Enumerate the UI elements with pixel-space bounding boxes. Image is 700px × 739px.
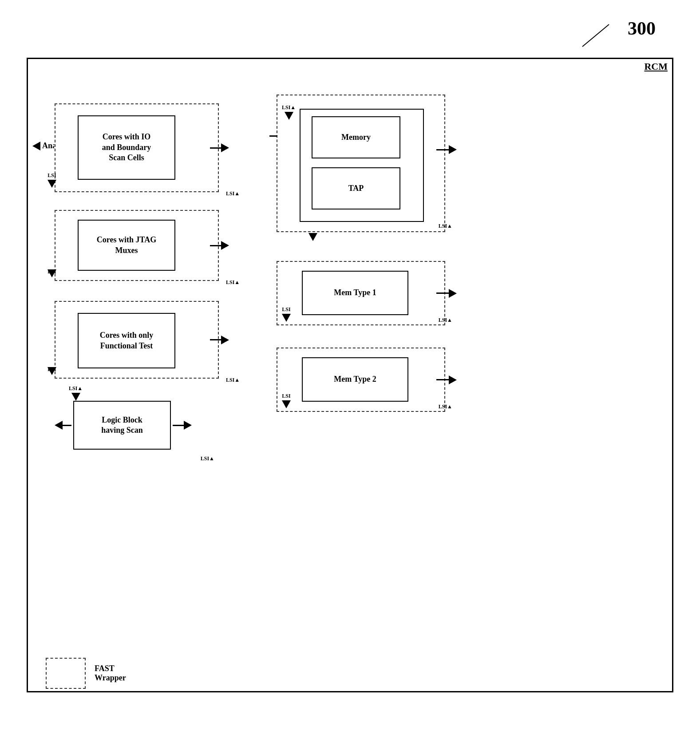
memory-arrow-down	[308, 233, 317, 241]
analog-arrow-left	[32, 142, 40, 150]
arrow-down-mt2	[282, 400, 291, 408]
cores-jtag-label: Cores with JTAG Muxes	[97, 235, 156, 256]
legend-dashed-box	[46, 658, 86, 689]
memory-label: Memory	[341, 132, 371, 142]
mem-type1-lsi-in: LSI	[282, 306, 291, 322]
logic-lsi-out: LSI▲	[201, 454, 214, 462]
arrow-left-4	[55, 421, 63, 430]
cores-functional-arrow-out	[210, 336, 229, 344]
cores-boundary-dashed: LSI Cores with IO and Boundary Scan Cell…	[55, 103, 219, 192]
mem-type2-lsi-in: LSI	[282, 393, 291, 408]
arrow-down-4	[71, 393, 80, 401]
logic-lsi-in: LSI▲	[69, 385, 83, 401]
main-box: RCM Analog I/O LSI Cores with IO and Bou…	[27, 58, 673, 692]
logic-arrow-out	[173, 421, 192, 430]
cores-boundary-inner: Cores with IO and Boundary Scan Cells	[78, 115, 175, 180]
legend-label: FAST Wrapper	[95, 664, 126, 683]
page-container: 300 RCM Analog I/O LSI Cores with IO and…	[18, 18, 682, 719]
memory-inner: Memory	[312, 116, 400, 158]
arrow-right-4	[184, 421, 192, 430]
mem-type2-label: Mem Type 2	[334, 374, 376, 384]
memory-lsi-in: LSI▲	[282, 104, 296, 120]
arrow-right-mt2	[449, 375, 457, 384]
memory-left-arrow	[269, 135, 277, 137]
logic-block-inner: Logic Block having Scan	[73, 401, 171, 450]
arrow-down-mt1	[282, 314, 291, 322]
memory-dashed-outer: LSI▲ Memory TAP	[277, 95, 445, 232]
cores-functional-inner: Cores with only Functional Test	[78, 313, 175, 368]
mem-type1-lsi-out: LSI▲	[439, 316, 452, 324]
cores-functional-label: Cores with only Functional Test	[100, 330, 154, 351]
arrow-right-3	[221, 336, 229, 344]
memory-arrow-out	[436, 145, 457, 154]
arrow-right-2	[221, 241, 229, 250]
arrow-down-1	[47, 180, 56, 188]
mem-type2-dashed: LSI Mem Type 2 LSI▲	[277, 348, 445, 412]
cores-functional-lsi-in: LSI	[47, 366, 56, 375]
cores-functional-dashed: LSI Cores with only Functional Test LSI▲	[55, 301, 219, 379]
cores-jtag-dashed: LSI Cores with JTAG Muxes LSI▲	[55, 210, 219, 281]
memory-mid-solid: Memory TAP	[300, 109, 424, 222]
rcm-label: RCM	[644, 61, 668, 72]
arrow-down-mem	[285, 112, 293, 120]
mem-type1-arrow-out	[436, 289, 457, 298]
arrow-right-mem	[449, 145, 457, 154]
arrow-right-mt1	[449, 289, 457, 298]
arrow-down-mem2	[308, 233, 317, 241]
mem-type1-label: Mem Type 1	[334, 288, 376, 298]
cores-jtag-arrow-out	[210, 241, 229, 250]
tap-inner: TAP	[312, 167, 400, 209]
memory-lsi-out: LSI▲	[439, 221, 452, 229]
cores-jtag-inner: Cores with JTAG Muxes	[78, 220, 175, 271]
svg-line-0	[582, 24, 609, 47]
arrow-right-1	[221, 143, 229, 152]
mem-type1-dashed: LSI Mem Type 1 LSI▲	[277, 261, 445, 325]
logic-block-area: LSI▲ Logic Block having Scan LSI▲	[55, 396, 219, 454]
mem-type2-lsi-out: LSI▲	[439, 402, 452, 410]
mem-type2-inner: Mem Type 2	[302, 357, 408, 402]
mem-type1-inner: Mem Type 1	[302, 271, 408, 315]
cores-boundary-arrow-out	[210, 143, 229, 152]
figure-number: 300	[628, 18, 656, 39]
cores-jtag-lsi-in: LSI	[47, 269, 56, 277]
logic-block-label: Logic Block having Scan	[101, 415, 143, 436]
reference-line	[578, 22, 613, 49]
logic-arrow-in	[55, 421, 71, 430]
cores-boundary-lsi-in: LSI	[47, 172, 56, 188]
tap-label: TAP	[348, 183, 364, 194]
cores-boundary-label: Cores with IO and Boundary Scan Cells	[102, 132, 151, 163]
mem-type2-arrow-out	[436, 375, 457, 384]
